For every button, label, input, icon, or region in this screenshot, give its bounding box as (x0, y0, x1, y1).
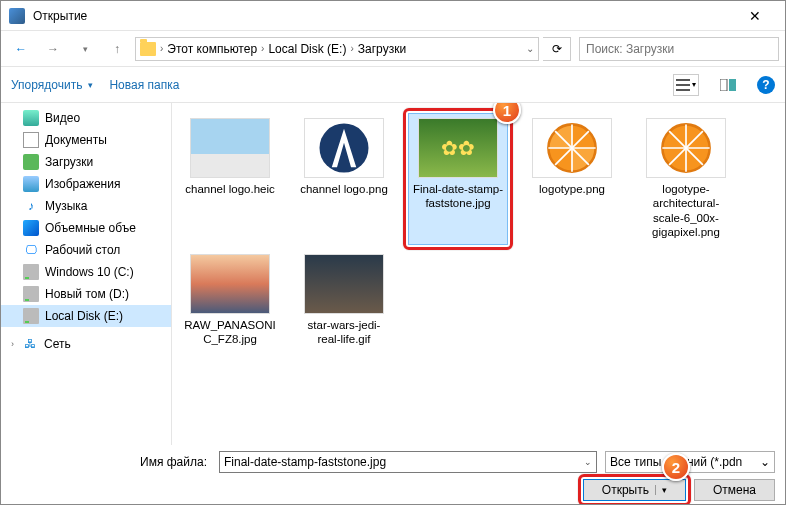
file-label: channel logo.heic (183, 182, 277, 196)
sidebar-label: Изображения (45, 177, 120, 191)
sidebar-label: Документы (45, 133, 107, 147)
document-icon (23, 132, 39, 148)
thumbnail-icon (304, 118, 384, 178)
download-icon (23, 154, 39, 170)
nav-back[interactable]: ← (7, 35, 35, 63)
nav-up[interactable]: ↑ (103, 35, 131, 63)
chevron-down-icon[interactable]: ⌄ (760, 455, 770, 469)
drive-icon (23, 286, 39, 302)
folder-icon (140, 42, 156, 56)
chevron-right-icon: › (11, 339, 14, 349)
svg-rect-2 (676, 89, 690, 91)
sidebar-item-documents[interactable]: Документы (1, 129, 171, 151)
file-item[interactable]: logotype-architectural-scale-6_00x-gigap… (636, 113, 736, 245)
sidebar-label: Windows 10 (C:) (45, 265, 134, 279)
chevron-right-icon: › (261, 43, 264, 54)
view-details-button[interactable]: ▾ (673, 74, 699, 96)
thumbnail-icon (532, 118, 612, 178)
sidebar-label: Объемные объе (45, 221, 136, 235)
sidebar-item-drive-e[interactable]: Local Disk (E:) (1, 305, 171, 327)
sidebar-item-downloads[interactable]: Загрузки (1, 151, 171, 173)
search-box[interactable] (579, 37, 779, 61)
nav-recent[interactable]: ▾ (71, 35, 99, 63)
sidebar-item-video[interactable]: Видео (1, 107, 171, 129)
sidebar-item-3d[interactable]: Объемные объе (1, 217, 171, 239)
file-item[interactable]: logotype.png (522, 113, 622, 245)
file-item[interactable]: channel logo.png (294, 113, 394, 245)
chevron-down-icon[interactable]: ⌄ (526, 43, 534, 54)
sidebar: Видео Документы Загрузки Изображения ♪Му… (1, 103, 171, 445)
sidebar-label: Local Disk (E:) (45, 309, 123, 323)
window-title: Открытие (33, 9, 732, 23)
chevron-down-icon[interactable]: ⌄ (584, 457, 592, 467)
nav-forward[interactable]: → (39, 35, 67, 63)
drive-icon (23, 264, 39, 280)
svg-rect-1 (676, 84, 690, 86)
annotation-callout: 2 (662, 453, 690, 481)
breadcrumb-item[interactable]: Загрузки (358, 42, 406, 56)
svg-rect-0 (676, 79, 690, 81)
sidebar-item-drive-c[interactable]: Windows 10 (C:) (1, 261, 171, 283)
file-item-selected[interactable]: Final-date-stamp-faststone.jpg 1 (408, 113, 508, 245)
image-icon (23, 176, 39, 192)
sidebar-label: Рабочий стол (45, 243, 120, 257)
file-list[interactable]: SB-1-9 channel logo.heic channel logo.pn… (172, 103, 785, 445)
open-label: Открыть (602, 483, 649, 497)
thumbnail-icon (190, 118, 270, 178)
cube-icon (23, 220, 39, 236)
thumbnail-icon (646, 118, 726, 178)
sidebar-label: Видео (45, 111, 80, 125)
svg-rect-3 (720, 79, 727, 91)
breadcrumb-item[interactable]: Local Disk (E:) (268, 42, 346, 56)
file-label: Final-date-stamp-faststone.jpg (411, 182, 505, 211)
network-icon: 🖧 (22, 336, 38, 352)
filetype-select[interactable]: Все типы из ений (*.pdn ⌄ (605, 451, 775, 473)
breadcrumb-item[interactable]: Этот компьютер (167, 42, 257, 56)
drive-icon (23, 308, 39, 324)
video-icon (23, 110, 39, 126)
sidebar-label: Музыка (45, 199, 87, 213)
sidebar-item-images[interactable]: Изображения (1, 173, 171, 195)
sidebar-item-music[interactable]: ♪Музыка (1, 195, 171, 217)
file-label: logotype.png (525, 182, 619, 196)
file-item[interactable]: star-wars-jedi-real-life.gif (294, 249, 394, 352)
sidebar-label: Сеть (44, 337, 71, 351)
filename-label: Имя файла: (11, 455, 211, 469)
music-icon: ♪ (23, 198, 39, 214)
annotation-callout: 1 (493, 103, 521, 124)
svg-rect-4 (729, 79, 736, 91)
breadcrumb[interactable]: › Этот компьютер › Local Disk (E:) › Заг… (135, 37, 539, 61)
view-preview-button[interactable] (715, 74, 741, 96)
thumbnail-icon (418, 118, 498, 178)
app-icon (9, 8, 25, 24)
cancel-button[interactable]: Отмена (694, 479, 775, 501)
new-folder-button[interactable]: Новая папка (109, 78, 179, 92)
organize-menu[interactable]: Упорядочить (11, 78, 93, 92)
chevron-down-icon[interactable]: ▾ (655, 485, 667, 495)
file-item-cutoff[interactable]: SB-1-9 (312, 103, 412, 105)
desktop-icon: 🖵 (23, 242, 39, 258)
file-item[interactable]: channel logo.heic (180, 113, 280, 245)
chevron-right-icon: › (160, 43, 163, 54)
file-item[interactable]: RAW_PANASONIC_FZ8.jpg (180, 249, 280, 352)
filename-value: Final-date-stamp-faststone.jpg (224, 455, 386, 469)
file-label: star-wars-jedi-real-life.gif (297, 318, 391, 347)
file-label: logotype-architectural-scale-6_00x-gigap… (639, 182, 733, 240)
refresh-button[interactable]: ⟳ (543, 37, 571, 61)
sidebar-item-desktop[interactable]: 🖵Рабочий стол (1, 239, 171, 261)
sidebar-item-network[interactable]: ›🖧Сеть (1, 333, 171, 355)
close-button[interactable]: ✕ (732, 1, 777, 31)
sidebar-item-drive-d[interactable]: Новый том (D:) (1, 283, 171, 305)
file-label: channel logo.png (297, 182, 391, 196)
thumbnail-icon (304, 254, 384, 314)
thumbnail-icon (190, 254, 270, 314)
help-button[interactable]: ? (757, 76, 775, 94)
sidebar-label: Новый том (D:) (45, 287, 129, 301)
open-button[interactable]: Открыть▾ (583, 479, 686, 501)
search-input[interactable] (586, 42, 772, 56)
chevron-right-icon: › (350, 43, 353, 54)
sidebar-label: Загрузки (45, 155, 93, 169)
filename-input[interactable]: Final-date-stamp-faststone.jpg ⌄ (219, 451, 597, 473)
file-label: RAW_PANASONIC_FZ8.jpg (183, 318, 277, 347)
